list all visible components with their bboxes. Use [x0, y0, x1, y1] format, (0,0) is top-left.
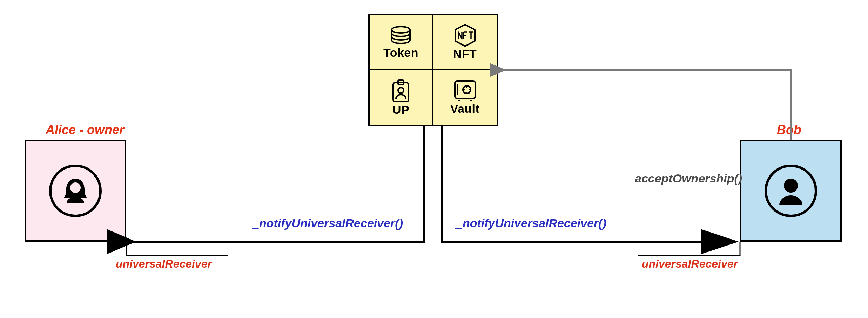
label-notify-right: _notifyUniversalReceiver()	[456, 216, 606, 230]
label-universal-receiver-alice: universalReceiver	[116, 257, 212, 270]
label-universal-receiver-bob: universalReceiver	[642, 257, 738, 270]
label-notify-left: _notifyUniversalReceiver()	[253, 216, 403, 230]
label-accept-ownership: acceptOwnership()	[635, 172, 742, 185]
